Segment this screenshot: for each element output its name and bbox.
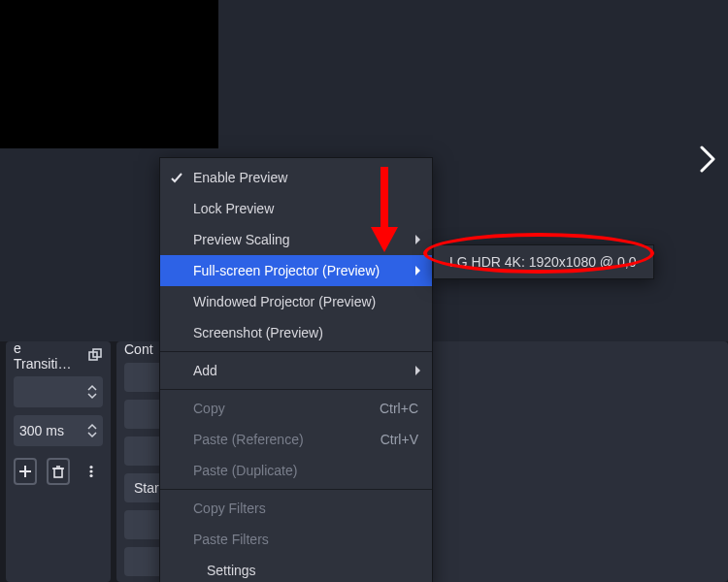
menu-label: Lock Preview	[193, 201, 274, 216]
preview-context-menu: Enable Preview Lock Preview Preview Scal…	[159, 157, 433, 582]
menu-label: Settings	[207, 563, 256, 578]
menu-preview-scaling[interactable]: Preview Scaling	[160, 224, 432, 255]
menu-label: Paste (Reference)	[193, 432, 304, 447]
add-transition-button[interactable]	[14, 458, 37, 485]
menu-add[interactable]: Add	[160, 355, 432, 386]
transitions-panel: e Transiti…	[6, 341, 111, 582]
transition-duration-input[interactable]	[19, 423, 72, 438]
menu-label: Preview Scaling	[193, 232, 290, 247]
chevron-up-icon[interactable]	[87, 423, 97, 431]
preview-canvas[interactable]	[0, 0, 218, 148]
svg-point-9	[90, 474, 93, 477]
plus-icon	[18, 465, 32, 478]
transition-select[interactable]	[14, 376, 103, 407]
menu-separator	[160, 489, 432, 490]
menu-paste-reference: Paste (Reference) Ctrl+V	[160, 424, 432, 455]
dock-duplicate-icon[interactable]	[86, 345, 103, 367]
menu-enable-preview[interactable]: Enable Preview	[160, 162, 432, 193]
chevron-down-icon[interactable]	[87, 431, 97, 438]
menu-label: Windowed Projector (Preview)	[193, 294, 376, 309]
menu-label: Enable Preview	[193, 170, 287, 185]
next-scene-button[interactable]	[693, 140, 722, 178]
menu-screenshot-preview[interactable]: Screenshot (Preview)	[160, 317, 432, 348]
menu-copy: Copy Ctrl+C	[160, 393, 432, 424]
transition-duration-row	[14, 415, 103, 446]
menu-shortcut: Ctrl+V	[381, 432, 418, 447]
start-button-label: Star	[134, 480, 159, 496]
menu-copy-filters: Copy Filters	[160, 493, 432, 524]
menu-lock-preview[interactable]: Lock Preview	[160, 193, 432, 224]
menu-paste-filters: Paste Filters	[160, 524, 432, 555]
menu-separator	[160, 389, 432, 390]
transition-options-button[interactable]	[80, 458, 103, 485]
check-icon	[170, 171, 183, 184]
trash-icon	[51, 465, 65, 478]
menu-shortcut: Ctrl+C	[380, 401, 418, 416]
controls-title: Cont	[124, 341, 153, 357]
menu-label: Full-screen Projector (Preview)	[193, 263, 380, 278]
menu-label: Paste (Duplicate)	[193, 463, 297, 478]
menu-label: Add	[193, 363, 217, 378]
fullscreen-projector-submenu: LG HDR 4K: 1920x1080 @ 0,0	[433, 244, 654, 279]
vertical-dots-icon	[84, 465, 98, 478]
menu-label: Paste Filters	[193, 532, 269, 547]
svg-point-7	[90, 466, 93, 469]
menu-label: Copy Filters	[193, 501, 266, 516]
menu-label: Copy	[193, 401, 225, 416]
chevron-right-icon	[698, 146, 717, 173]
svg-point-8	[90, 469, 93, 472]
menu-settings[interactable]: Settings	[160, 555, 432, 582]
transitions-title: e Transiti…	[14, 340, 71, 372]
delete-transition-button[interactable]	[47, 458, 70, 485]
menu-label: Screenshot (Preview)	[193, 325, 323, 340]
menu-fullscreen-projector[interactable]: Full-screen Projector (Preview)	[160, 255, 432, 286]
menu-separator	[160, 351, 432, 352]
submenu-display-option[interactable]: LG HDR 4K: 1920x1080 @ 0,0	[434, 248, 653, 275]
chevron-down-icon[interactable]	[87, 392, 97, 400]
chevron-up-icon[interactable]	[87, 384, 97, 392]
submenu-label: LG HDR 4K: 1920x1080 @ 0,0	[449, 254, 636, 270]
svg-rect-4	[54, 469, 62, 477]
menu-paste-duplicate: Paste (Duplicate)	[160, 455, 432, 486]
menu-windowed-projector[interactable]: Windowed Projector (Preview)	[160, 286, 432, 317]
